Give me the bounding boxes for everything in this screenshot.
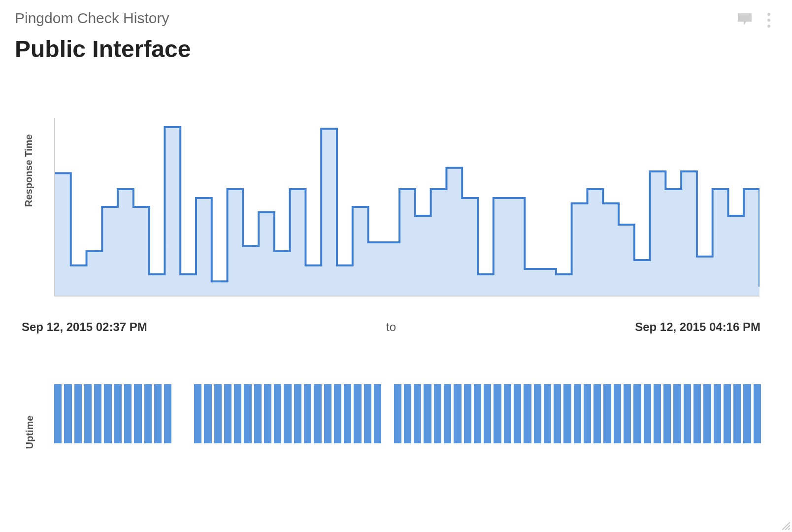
uptime-bar: [484, 384, 491, 443]
uptime-bar: [224, 384, 231, 443]
uptime-bar: [584, 384, 591, 443]
uptime-bar: [654, 384, 661, 443]
uptime-bar: [254, 384, 262, 443]
uptime-bar: [64, 384, 71, 443]
uptime-bar: [184, 384, 192, 443]
uptime-bar: [154, 384, 162, 443]
uptime-bar: [673, 384, 681, 443]
uptime-bar: [684, 384, 691, 443]
comment-icon[interactable]: [737, 12, 753, 28]
uptime-bar: [524, 384, 531, 443]
uptime-bar: [603, 384, 611, 443]
response-time-chart: Response Time: [30, 118, 759, 296]
uptime-bar: [54, 384, 62, 443]
uptime-bar: [574, 384, 581, 443]
uptime-bar: [394, 384, 401, 443]
uptime-bar: [94, 384, 101, 443]
response-time-ylabel: Response Time: [23, 134, 34, 207]
uptime-bar: [114, 384, 122, 443]
uptime-bar: [663, 384, 671, 443]
uptime-bar: [384, 384, 391, 443]
uptime-bar: [314, 384, 321, 443]
uptime-bar: [424, 384, 431, 443]
uptime-bar: [354, 384, 361, 443]
uptime-bar: [234, 384, 241, 443]
uptime-bar: [144, 384, 152, 443]
uptime-bar: [554, 384, 561, 443]
uptime-chart: Uptime: [30, 384, 763, 478]
uptime-bar: [754, 384, 761, 443]
uptime-bar: [454, 384, 461, 443]
response-time-plot-area[interactable]: [54, 118, 759, 297]
uptime-bar: [364, 384, 371, 443]
uptime-bar: [134, 384, 141, 443]
uptime-bar: [344, 384, 351, 443]
uptime-bar: [563, 384, 571, 443]
uptime-bar: [174, 384, 181, 443]
date-to-label: to: [386, 320, 396, 334]
page-title: Public Interface: [15, 35, 191, 63]
uptime-bar: [404, 384, 411, 443]
uptime-bar: [84, 384, 92, 443]
uptime-bar: [714, 384, 721, 443]
uptime-bar: [304, 384, 311, 443]
uptime-bar: [703, 384, 711, 443]
uptime-bar: [124, 384, 132, 443]
uptime-bar: [534, 384, 541, 443]
uptime-bar: [743, 384, 751, 443]
uptime-bar: [614, 384, 621, 443]
uptime-bar: [214, 384, 222, 443]
uptime-bar: [464, 384, 471, 443]
breadcrumb: Pingdom Check History: [15, 10, 191, 27]
uptime-bar: [693, 384, 701, 443]
uptime-ylabel: Uptime: [24, 416, 35, 449]
uptime-bar: [514, 384, 521, 443]
uptime-bar: [284, 384, 291, 443]
date-range: Sep 12, 2015 02:37 PM to Sep 12, 2015 04…: [22, 320, 760, 334]
uptime-bar: [444, 384, 451, 443]
uptime-bar: [244, 384, 251, 443]
uptime-bar: [374, 384, 381, 443]
uptime-bar: [724, 384, 731, 443]
uptime-bar: [164, 384, 171, 443]
uptime-bar: [494, 384, 501, 443]
uptime-bar: [544, 384, 551, 443]
uptime-bar: [733, 384, 741, 443]
uptime-bar: [334, 384, 341, 443]
uptime-bar: [434, 384, 441, 443]
date-from: Sep 12, 2015 02:37 PM: [22, 320, 147, 334]
resize-handle-icon[interactable]: [779, 519, 790, 530]
uptime-bar: [474, 384, 481, 443]
uptime-bar: [294, 384, 301, 443]
uptime-bar: [204, 384, 211, 443]
date-to: Sep 12, 2015 04:16 PM: [635, 320, 760, 334]
uptime-bar: [104, 384, 111, 443]
uptime-bar: [504, 384, 511, 443]
uptime-bar: [264, 384, 271, 443]
uptime-bar: [594, 384, 601, 443]
uptime-bar: [274, 384, 281, 443]
uptime-bar: [624, 384, 631, 443]
uptime-bar: [644, 384, 651, 443]
svg-line-2: [788, 528, 790, 530]
uptime-bar: [74, 384, 82, 443]
uptime-bar: [414, 384, 421, 443]
uptime-bar: [194, 384, 201, 443]
uptime-bar: [324, 384, 331, 443]
uptime-plot-area[interactable]: [54, 384, 763, 443]
kebab-menu-icon[interactable]: [765, 11, 772, 30]
uptime-bar: [633, 384, 641, 443]
